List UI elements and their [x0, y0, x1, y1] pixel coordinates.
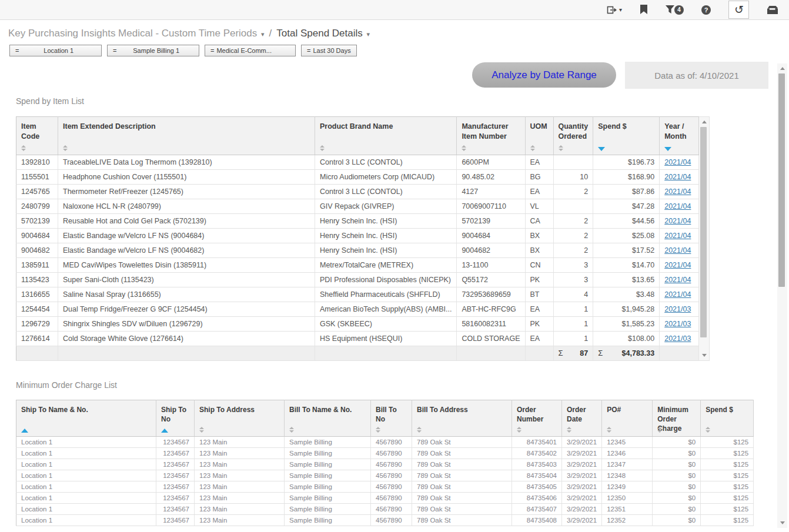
col-header-spend[interactable]: Spend $ [593, 117, 660, 155]
scroll-up-icon[interactable] [699, 118, 709, 126]
sort-none-icon[interactable] [567, 427, 571, 433]
year_month-link[interactable]: 2021/04 [664, 202, 691, 210]
total-item_code [16, 346, 58, 361]
filter-chip-3[interactable]: =Medical E-Comm... [205, 45, 296, 56]
cell-order_number: 84735404 [512, 470, 562, 481]
sort-none-icon[interactable] [530, 145, 535, 151]
col-header-description[interactable]: Item Extended Description [58, 117, 315, 155]
sort-none-icon[interactable] [517, 427, 521, 433]
cell-bill_to_name: Sample Billing [285, 447, 371, 459]
year_month-link[interactable]: 2021/04 [664, 246, 691, 255]
spend-table-scrollbar[interactable] [699, 116, 710, 361]
col-header-order_date[interactable]: Order Date [562, 400, 602, 437]
sort-none-icon[interactable] [199, 427, 204, 433]
sort-desc-icon[interactable] [664, 147, 671, 151]
scrollbar-thumb[interactable] [700, 127, 707, 337]
basket-button[interactable] [767, 5, 778, 15]
year_month-link[interactable]: 2021/03 [664, 320, 691, 328]
scroll-down-icon[interactable] [777, 518, 787, 527]
cell-spend: $25.08 [593, 229, 660, 243]
col-header-qty[interactable]: Quantity Ordered [553, 117, 593, 155]
cell-spend: $125 [701, 470, 754, 481]
filter-chip-4[interactable]: =Last 30 Days [301, 45, 357, 56]
sort-none-icon[interactable] [289, 427, 294, 433]
bookmark-button[interactable] [640, 5, 648, 15]
year_month-link[interactable]: 2021/04 [664, 290, 691, 299]
col-header-label: Item Extended Description [63, 122, 310, 132]
col-header-brand[interactable]: Product Brand Name [315, 117, 457, 155]
sort-none-icon[interactable] [63, 145, 68, 151]
year_month-link[interactable]: 2021/04 [664, 232, 691, 240]
analyze-by-date-range-button[interactable]: Analyze by Date Range [472, 62, 616, 88]
col-header-po[interactable]: PO# [602, 400, 653, 437]
sort-none-icon[interactable] [559, 145, 563, 151]
sort-none-icon[interactable] [417, 427, 422, 433]
total-qty-value: 87 [580, 349, 588, 357]
cell-po: 12345 [602, 436, 653, 447]
col-header-year_month[interactable]: Year / Month [660, 117, 699, 155]
year_month-link[interactable]: 2021/04 [664, 173, 691, 181]
filter-chip-1[interactable]: =Location 1 [9, 45, 102, 56]
year_month-link[interactable]: 2021/04 [664, 158, 691, 166]
report-selector[interactable]: Key Purchasing Insights Medical - Custom… [8, 28, 265, 39]
col-header-ship_to_no[interactable]: Ship To No [156, 400, 195, 437]
year_month-link[interactable]: 2021/03 [664, 334, 691, 343]
year_month-link[interactable]: 2021/04 [664, 188, 691, 196]
cell-bill_to_no: 4567890 [371, 459, 412, 470]
cell-ship_to_name: Location 1 [16, 514, 156, 526]
year_month-link[interactable]: 2021/03 [664, 305, 691, 313]
sort-asc-icon[interactable] [161, 429, 168, 433]
col-header-spend[interactable]: Spend $ [701, 400, 754, 437]
col-header-ship_to_name[interactable]: Ship To Name & No. [16, 400, 156, 437]
sort-none-icon[interactable] [706, 427, 710, 433]
col-header-bill_to_no[interactable]: Bill To No [371, 400, 412, 437]
total-qty: Σ87 [553, 346, 593, 361]
col-header-item_code[interactable]: Item Code [16, 117, 58, 155]
year_month-link[interactable]: 2021/04 [664, 261, 691, 269]
cell-bill_to_name: Sample Billing [285, 514, 371, 526]
col-header-uom[interactable]: UOM [525, 117, 553, 155]
cell-uom: VL [525, 199, 553, 214]
scroll-up-icon[interactable] [777, 64, 787, 73]
chevron-down-icon: ▾ [367, 31, 370, 38]
sort-none-icon[interactable] [21, 145, 26, 151]
page-selector[interactable]: Total Spend Details ▾ [276, 28, 370, 39]
filter-chip-2[interactable]: =Sample Billing 1 [107, 45, 199, 56]
cell-item_code: 5702139 [16, 214, 58, 229]
cell-brand: Metrex/TotalCare (METREX) [315, 258, 457, 273]
refresh-button[interactable]: ↻ [728, 1, 749, 19]
col-header-min_order_charge[interactable]: Minimum Order Charge [653, 400, 701, 437]
total-spend: Σ$4,783.33 [593, 346, 660, 361]
sort-none-icon[interactable] [607, 427, 611, 433]
year_month-link[interactable]: 2021/04 [664, 217, 691, 225]
sort-none-icon[interactable] [376, 427, 380, 433]
cell-spend: $168.90 [593, 170, 660, 185]
filter-chip-bar: =Location 1=Sample Billing 1=Medical E-C… [9, 45, 789, 56]
chevron-down-icon: ▾ [261, 31, 265, 38]
sort-none-icon[interactable] [657, 427, 662, 433]
page-scrollbar[interactable] [777, 63, 787, 528]
cell-min_order_charge: $0 [653, 481, 701, 492]
cell-ship_to_name: Location 1 [16, 447, 156, 459]
bookmark-icon [640, 5, 648, 15]
table-row: 1254454Dual Temp Fridge/Freezer G 9CF (1… [16, 302, 699, 317]
sort-desc-icon[interactable] [598, 147, 605, 151]
col-header-bill_to_address[interactable]: Bill To Address [412, 400, 512, 437]
cell-ship_to_name: Location 1 [16, 492, 156, 503]
col-header-order_number[interactable]: Order Number [512, 400, 562, 437]
export-button[interactable]: ▾ [607, 5, 622, 15]
help-button[interactable]: ? [701, 5, 711, 15]
sort-none-icon[interactable] [462, 145, 466, 151]
col-header-mfr_item[interactable]: Manufacturer Item Number [457, 117, 525, 155]
sort-none-icon[interactable] [320, 145, 325, 151]
scrollbar-thumb[interactable] [778, 73, 785, 287]
year_month-link[interactable]: 2021/04 [664, 276, 691, 284]
col-header-bill_to_name[interactable]: Bill To Name & No. [285, 400, 371, 437]
col-header-ship_to_address[interactable]: Ship To Address [195, 400, 285, 437]
cell-bill_to_name: Sample Billing [285, 481, 371, 492]
filter-button[interactable]: 4 [666, 5, 684, 15]
scroll-down-icon[interactable] [699, 351, 709, 360]
filter-label: Medical E-Comm... [216, 47, 272, 54]
sort-asc-icon[interactable] [21, 429, 28, 433]
cell-qty: 2 [553, 243, 593, 258]
